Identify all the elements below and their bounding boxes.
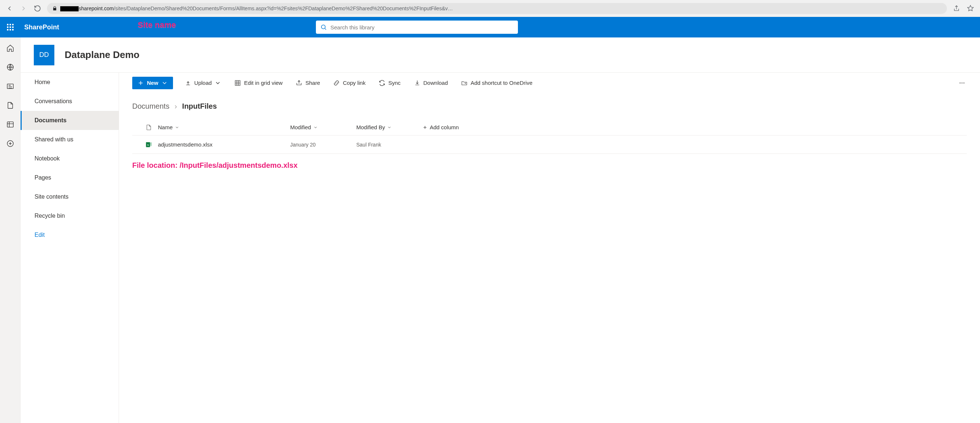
- rail-news-icon[interactable]: [6, 82, 14, 90]
- chevron-right-icon: ›: [175, 102, 177, 111]
- svg-rect-5: [235, 80, 240, 86]
- command-bar: New Upload Edit in grid view Shar: [119, 73, 980, 93]
- new-button[interactable]: New: [132, 77, 173, 89]
- nav-documents[interactable]: Documents: [21, 111, 119, 130]
- column-header-modified-by[interactable]: Modified By: [356, 124, 422, 130]
- svg-text:X: X: [147, 143, 149, 146]
- site-header: DD Dataplane Demo: [21, 37, 980, 73]
- browser-back-button[interactable]: [5, 4, 14, 13]
- site-title[interactable]: Dataplane Demo: [65, 49, 140, 60]
- lock-icon: [52, 6, 57, 11]
- file-name-cell[interactable]: adjustmentsdemo.xlsx: [158, 142, 290, 148]
- rail-home-icon[interactable]: [6, 44, 14, 52]
- more-commands-button[interactable]: [957, 76, 967, 90]
- grid-icon: [234, 80, 241, 86]
- file-type-icon: X: [132, 141, 158, 148]
- edit-grid-button[interactable]: Edit in grid view: [233, 76, 284, 90]
- excel-icon: X: [145, 141, 153, 148]
- breadcrumb-root[interactable]: Documents: [132, 102, 169, 111]
- ellipsis-icon: [959, 80, 965, 86]
- browser-forward-button[interactable]: [19, 4, 28, 13]
- rail-globe-icon[interactable]: [6, 63, 14, 71]
- copy-link-label: Copy link: [343, 80, 366, 86]
- copy-link-button[interactable]: Copy link: [332, 76, 367, 90]
- search-box[interactable]: [316, 21, 518, 34]
- svg-point-7: [962, 82, 963, 83]
- modified-by-cell: Saul Frank: [356, 142, 422, 148]
- upload-icon: [185, 80, 191, 86]
- rail-lists-icon[interactable]: [6, 121, 14, 129]
- site-logo[interactable]: DD: [34, 45, 54, 65]
- app-launcher-button[interactable]: [0, 17, 21, 37]
- waffle-icon: [7, 24, 14, 30]
- nav-recycle-bin[interactable]: Recycle bin: [21, 206, 119, 226]
- modified-cell: January 20: [290, 142, 356, 148]
- svg-point-0: [321, 25, 325, 29]
- browser-reload-button[interactable]: [33, 4, 42, 13]
- add-shortcut-label: Add shortcut to OneDrive: [471, 80, 532, 86]
- breadcrumb-current: InputFiles: [182, 102, 217, 111]
- rail-create-icon[interactable]: [6, 140, 14, 148]
- chevron-down-icon: [313, 125, 318, 130]
- column-header-modified[interactable]: Modified: [290, 124, 356, 130]
- suite-product-name[interactable]: SharePoint: [24, 24, 59, 31]
- svg-rect-13: [150, 145, 151, 146]
- svg-point-8: [964, 82, 964, 83]
- chevron-down-icon: [387, 125, 391, 130]
- svg-rect-12: [150, 143, 151, 145]
- upload-label: Upload: [194, 80, 212, 86]
- search-input[interactable]: [331, 24, 514, 30]
- plus-icon: [422, 125, 428, 130]
- browser-star-button[interactable]: [966, 4, 975, 13]
- add-shortcut-button[interactable]: Add shortcut to OneDrive: [460, 76, 534, 90]
- browser-toolbar: sharepoint.com/sites/DataplaneDemo/Share…: [0, 0, 980, 17]
- nav-pages[interactable]: Pages: [21, 168, 119, 187]
- nav-edit-link[interactable]: Edit: [21, 226, 119, 245]
- svg-rect-11: [150, 143, 151, 143]
- upload-button[interactable]: Upload: [183, 76, 223, 90]
- nav-site-contents[interactable]: Site contents: [21, 187, 119, 206]
- nav-notebook[interactable]: Notebook: [21, 149, 119, 168]
- browser-share-button[interactable]: [952, 4, 961, 13]
- sync-label: Sync: [388, 80, 400, 86]
- download-icon: [414, 80, 421, 86]
- table-header-row: Name Modified Modified By: [132, 119, 967, 135]
- search-icon: [320, 24, 327, 30]
- rail-files-icon[interactable]: [6, 101, 14, 110]
- download-button[interactable]: Download: [412, 76, 450, 90]
- nav-conversations[interactable]: Conversations: [21, 92, 119, 111]
- chevron-down-icon: [215, 80, 221, 86]
- annotation-file-location: File location: /InputFiles/adjustmentsde…: [119, 154, 980, 177]
- svg-rect-3: [7, 122, 13, 127]
- plus-icon: [137, 80, 144, 86]
- breadcrumb: Documents › InputFiles: [119, 93, 980, 115]
- download-label: Download: [423, 80, 448, 86]
- browser-url-text: sharepoint.com/sites/DataplaneDemo/Share…: [60, 5, 942, 11]
- column-type-icon[interactable]: [132, 124, 158, 131]
- edit-grid-label: Edit in grid view: [244, 80, 282, 86]
- folder-shortcut-icon: [461, 80, 468, 86]
- nav-shared-with-us[interactable]: Shared with us: [21, 130, 119, 149]
- app-rail: [0, 37, 21, 423]
- chevron-down-icon: [161, 80, 168, 86]
- browser-address-bar[interactable]: sharepoint.com/sites/DataplaneDemo/Share…: [47, 3, 947, 14]
- sync-icon: [379, 80, 385, 86]
- left-nav: Home Conversations Documents Shared with…: [21, 73, 119, 423]
- chevron-down-icon: [175, 125, 179, 130]
- share-icon: [296, 80, 302, 86]
- annotation-site-name: Site name: [138, 20, 176, 30]
- new-button-label: New: [147, 80, 158, 86]
- share-button[interactable]: Share: [294, 76, 321, 90]
- column-header-name[interactable]: Name: [158, 124, 290, 130]
- share-label: Share: [305, 80, 320, 86]
- sync-button[interactable]: Sync: [377, 76, 402, 90]
- file-icon: [145, 124, 152, 131]
- link-icon: [333, 80, 340, 86]
- table-row[interactable]: X adjustmentsdemo.xlsx January 20 Saul F…: [132, 135, 967, 154]
- svg-point-6: [960, 82, 961, 83]
- nav-home[interactable]: Home: [21, 73, 119, 92]
- document-table: Name Modified Modified By: [119, 115, 980, 154]
- add-column-button[interactable]: Add column: [422, 124, 459, 130]
